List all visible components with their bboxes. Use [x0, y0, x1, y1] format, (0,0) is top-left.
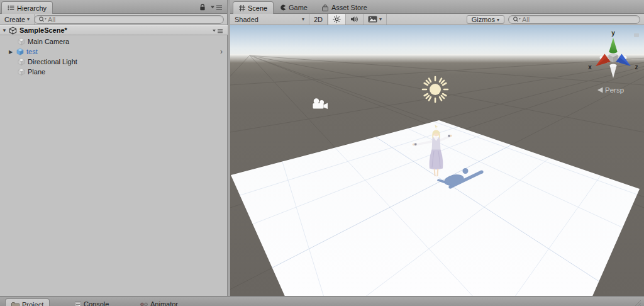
- hierarchy-toolbar: Create ▾ All: [0, 14, 227, 25]
- hierarchy-row-plane[interactable]: Plane: [0, 67, 228, 77]
- prefab-cube-icon: [16, 48, 24, 55]
- sun-icon: [333, 15, 341, 23]
- chevron-down-icon: ▾: [497, 17, 499, 23]
- state-dots-icon: [140, 302, 148, 306]
- 2d-toggle-label: 2D: [314, 16, 323, 23]
- speaker-icon: [350, 16, 358, 23]
- lock-icon[interactable]: [199, 4, 206, 11]
- folder-icon: [11, 302, 19, 306]
- 2d-toggle-button[interactable]: 2D: [309, 14, 328, 25]
- scene-view-panel: Scene Game Asset Store Shaded ▾ 2D: [230, 0, 644, 306]
- gameobject-cube-icon: [18, 38, 25, 45]
- chevron-down-icon: ▾: [379, 16, 382, 22]
- row-label: Plane: [28, 68, 45, 76]
- row-label: test: [26, 48, 38, 55]
- console-page-icon: [75, 301, 81, 306]
- scene-name-label: SampleScene*: [19, 26, 67, 34]
- gizmos-dropdown[interactable]: Gizmos ▾: [467, 15, 504, 24]
- disclosure-closed-icon[interactable]: ▶: [8, 49, 14, 55]
- bottom-tabbar: Project Console Animator: [0, 296, 644, 306]
- picture-icon: [368, 16, 377, 23]
- pacman-c-icon: [280, 4, 286, 11]
- grid-hash-icon: [239, 5, 245, 11]
- tab-game-label: Game: [289, 4, 308, 11]
- axis-x-label: x: [588, 64, 592, 71]
- shading-mode-label: Shaded: [235, 16, 258, 23]
- scene-toolbar: Shaded ▾ 2D ▾ Gizmos ▾: [230, 14, 644, 25]
- scene-asset-header[interactable]: ▼ SampleScene*: [0, 25, 228, 35]
- tab-asset-store[interactable]: Asset Store: [316, 1, 373, 14]
- tab-animator-label: Animator: [150, 300, 178, 306]
- chevron-down-icon: ▾: [27, 16, 30, 22]
- hierarchy-row-test[interactable]: ▶ test ›: [0, 47, 228, 57]
- gameobject-cube-icon: [18, 68, 25, 76]
- scene-menu-icon[interactable]: [213, 29, 223, 33]
- scene-tabbar: Scene Game Asset Store: [230, 0, 644, 14]
- directional-light-gizmo[interactable]: [423, 77, 448, 102]
- gizmos-label: Gizmos: [472, 16, 495, 23]
- hierarchy-row-directional-light[interactable]: Directional Light: [0, 57, 228, 67]
- gameobject-cube-icon: [18, 58, 25, 65]
- disclosure-open-icon[interactable]: ▼: [1, 28, 8, 33]
- scene-viewport[interactable]: y x z Persp: [230, 25, 644, 299]
- effects-dropdown-button[interactable]: ▾: [364, 14, 387, 25]
- sky: [230, 25, 644, 58]
- hierarchy-search-placeholder: All: [48, 16, 55, 23]
- scene-search-input[interactable]: All: [508, 15, 640, 24]
- panel-menu-icon[interactable]: [211, 5, 222, 10]
- list-icon: [8, 5, 14, 11]
- search-icon: [38, 16, 47, 23]
- audio-toggle-button[interactable]: [346, 14, 364, 25]
- tab-hierarchy-label: Hierarchy: [17, 4, 47, 12]
- prefab-open-chevron-icon[interactable]: ›: [220, 48, 223, 55]
- gizmo-menu-icon[interactable]: [634, 33, 639, 37]
- hierarchy-search-input[interactable]: All: [34, 15, 224, 24]
- tab-hierarchy[interactable]: Hierarchy: [1, 1, 53, 14]
- hierarchy-panel: Hierarchy Create ▾ All ▼ SampleScene*: [0, 0, 228, 306]
- tab-animator[interactable]: Animator: [135, 298, 184, 306]
- tab-project[interactable]: Project: [5, 298, 50, 306]
- axis-z-label: z: [635, 64, 638, 71]
- row-label: Directional Light: [28, 58, 77, 65]
- shopping-bag-icon: [321, 4, 329, 11]
- axis-y-label: y: [611, 30, 615, 37]
- tab-project-label: Project: [22, 301, 43, 306]
- tab-console[interactable]: Console: [69, 298, 114, 306]
- row-label: Main Camera: [28, 38, 69, 45]
- persp-label: Persp: [605, 86, 624, 94]
- tab-console-label: Console: [84, 300, 109, 306]
- shading-mode-dropdown[interactable]: Shaded ▾: [230, 14, 309, 25]
- search-icon: [513, 16, 521, 23]
- chevron-down-icon: ▾: [302, 16, 304, 22]
- tab-scene-label: Scene: [248, 4, 267, 12]
- tab-asset-store-label: Asset Store: [331, 4, 367, 11]
- resize-grip-icon[interactable]: [633, 299, 641, 306]
- tab-game[interactable]: Game: [274, 1, 313, 14]
- lighting-toggle-button[interactable]: [328, 14, 346, 25]
- hierarchy-tabbar: Hierarchy: [0, 0, 227, 14]
- unity-logo-icon: [9, 26, 17, 35]
- hierarchy-row-main-camera[interactable]: Main Camera: [0, 37, 228, 47]
- create-button-label: Create: [4, 16, 25, 23]
- create-button[interactable]: Create ▾: [0, 14, 35, 25]
- tab-scene[interactable]: Scene: [233, 1, 274, 14]
- scene-search-placeholder: All: [522, 16, 530, 23]
